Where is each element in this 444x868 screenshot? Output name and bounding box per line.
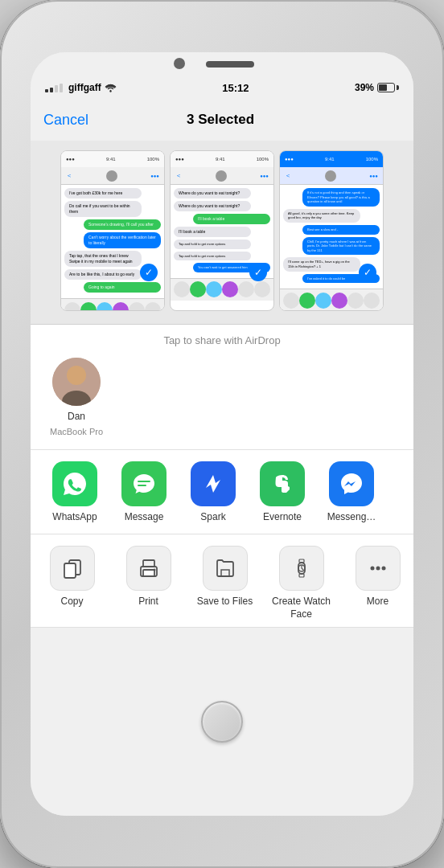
status-right: 39% <box>355 82 399 93</box>
action-row: Copy Print <box>31 534 413 628</box>
wifi-icon <box>105 84 117 92</box>
message-label: Message <box>125 511 164 522</box>
status-time: 15:12 <box>222 82 249 94</box>
spark-label: Spark <box>200 511 225 522</box>
home-button-area <box>31 628 413 816</box>
action-print[interactable]: Print <box>110 546 187 620</box>
status-left: giffgaff <box>45 82 117 93</box>
share-app-messenger[interactable]: Messeng… <box>317 461 386 522</box>
messenger-label: Messeng… <box>327 511 376 522</box>
evernote-icon <box>260 461 305 506</box>
cancel-button[interactable]: Cancel <box>43 112 88 129</box>
action-more[interactable]: More <box>339 546 413 620</box>
share-header: Cancel 3 Selected <box>31 99 413 141</box>
checkmark-3: ✓ <box>359 264 376 281</box>
copy-label: Copy <box>60 596 83 608</box>
svg-point-14 <box>370 567 374 571</box>
airdrop-contact-dan[interactable]: Dan MacBook Pro <box>50 358 103 436</box>
signal-bars <box>45 84 63 92</box>
share-app-evernote[interactable]: Evernote <box>248 461 317 522</box>
airdrop-contact-device: MacBook Pro <box>50 427 103 436</box>
checkmark-2: ✓ <box>249 264 267 281</box>
share-app-spark[interactable]: Spark <box>179 461 248 522</box>
carrier-label: giffgaff <box>68 82 101 93</box>
save-files-label: Save to Files <box>197 596 253 608</box>
airdrop-contacts: Dan MacBook Pro <box>43 354 401 440</box>
print-label: Print <box>138 596 158 608</box>
share-app-whatsapp[interactable]: WhatsApp <box>40 461 109 522</box>
screenshot-thumb-1[interactable]: ●●●9:41100% ＜ ●●● I've got both £30k for… <box>60 150 165 311</box>
more-icon-box <box>356 546 401 591</box>
speaker-grille <box>206 61 254 68</box>
screenshot-thumb-2[interactable]: ●●●9:41100% ＜ ●●● Where do you want to e… <box>170 150 274 311</box>
print-icon-box <box>126 546 171 591</box>
header-title: 3 Selected <box>187 112 254 128</box>
svg-rect-13 <box>299 574 304 577</box>
messenger-icon <box>329 461 374 506</box>
evernote-label: Evernote <box>263 511 302 522</box>
phone-frame: giffgaff 15:12 39% <box>0 0 444 868</box>
spark-icon <box>191 461 236 506</box>
copy-icon <box>61 557 84 579</box>
home-button[interactable] <box>201 701 243 743</box>
watch-icon-box <box>279 546 324 591</box>
messages-icon <box>121 461 166 506</box>
share-apps-list: WhatsApp Message <box>31 461 413 522</box>
action-copy[interactable]: Copy <box>34 546 110 620</box>
action-create-watch-face[interactable]: Create Watch Face <box>263 546 339 620</box>
svg-rect-6 <box>143 560 154 567</box>
svg-rect-12 <box>299 559 304 563</box>
status-bar: giffgaff 15:12 39% <box>31 76 413 99</box>
airdrop-contact-name: Dan <box>68 411 85 422</box>
checkmark-1: ✓ <box>140 264 158 281</box>
share-app-message[interactable]: Message <box>109 461 179 522</box>
copy-icon-box <box>50 546 95 591</box>
svg-point-9 <box>153 569 155 571</box>
more-label: More <box>367 596 388 608</box>
svg-rect-5 <box>64 563 76 578</box>
airdrop-section: Tap to share with AirDrop Dan MacBook Pr… <box>31 325 413 450</box>
svg-rect-8 <box>143 570 154 576</box>
airdrop-label: Tap to share with AirDrop <box>43 334 401 346</box>
screenshot-preview-area: ●●●9:41100% ＜ ●●● I've got both £30k for… <box>31 141 413 325</box>
save-files-icon-box <box>203 546 248 591</box>
action-save-files[interactable]: Save to Files <box>187 546 263 620</box>
print-icon <box>138 557 160 579</box>
phone-top-bar <box>31 52 413 76</box>
front-camera <box>174 58 185 69</box>
svg-point-2 <box>67 366 86 385</box>
svg-point-0 <box>109 90 111 92</box>
create-watch-face-label: Create Watch Face <box>263 596 339 620</box>
screenshot-thumb-3[interactable]: ●●●9:41100% ＜ ●●● If it's not a good thi… <box>279 150 384 311</box>
more-icon <box>367 557 389 579</box>
watch-icon <box>290 557 313 579</box>
battery-percent: 39% <box>355 82 374 93</box>
save-files-icon <box>214 557 236 579</box>
action-apps-list: Copy Print <box>31 546 413 620</box>
whatsapp-label: WhatsApp <box>52 511 97 522</box>
svg-point-16 <box>381 567 385 571</box>
svg-point-15 <box>376 567 380 571</box>
share-apps-row: WhatsApp Message <box>31 450 413 534</box>
whatsapp-icon <box>52 461 97 506</box>
battery-icon <box>377 83 399 92</box>
airdrop-avatar-dan <box>52 358 101 406</box>
phone-screen: giffgaff 15:12 39% <box>31 52 413 816</box>
